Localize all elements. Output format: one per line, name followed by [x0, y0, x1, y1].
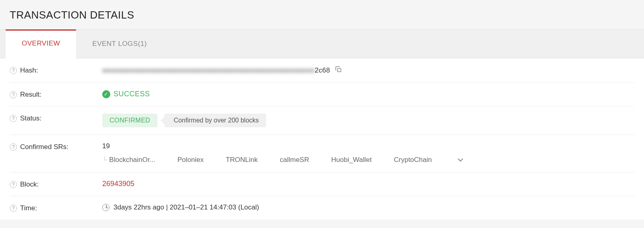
row-result: ? Result: ✓ SUCCESS: [10, 83, 634, 106]
page-title: TRANSACTION DETAILS: [0, 0, 644, 29]
time-value: 3days 22hrs ago | 2021–01–21 14:47:03 (L…: [114, 203, 259, 211]
label-result: Result:: [20, 91, 41, 99]
label-hash: Hash:: [20, 66, 38, 75]
help-icon[interactable]: ?: [10, 115, 17, 122]
tabs-bar: OVERVIEW EVENT LOGS(1): [0, 29, 644, 58]
tab-event-logs[interactable]: EVENT LOGS(1): [76, 30, 163, 58]
list-item: callmeSR: [280, 156, 309, 164]
chevron-down-icon[interactable]: [454, 155, 467, 165]
result-value: SUCCESS: [114, 90, 150, 98]
tab-overview[interactable]: OVERVIEW: [6, 29, 76, 58]
label-time: Time:: [20, 204, 37, 212]
help-icon[interactable]: ?: [10, 91, 17, 98]
row-status: ? Status: CONFIRMED Confirmed by over 20…: [10, 106, 634, 135]
srs-list: └BlockchainOr... Poloniex TRONLink callm…: [102, 155, 634, 165]
label-confirmed-srs: Confirmed SRs:: [20, 143, 68, 151]
label-block: Block:: [20, 180, 39, 189]
help-icon[interactable]: ?: [10, 67, 17, 74]
row-hash: ? Hash: xxxxxxxxxxxxxxxxxxxxxxxxxxxxxxxx…: [10, 58, 634, 83]
content-panel: ? Hash: xxxxxxxxxxxxxxxxxxxxxxxxxxxxxxxx…: [0, 58, 644, 220]
transaction-details-page: TRANSACTION DETAILS OVERVIEW EVENT LOGS(…: [0, 0, 644, 220]
help-icon[interactable]: ?: [10, 181, 17, 188]
row-time: ? Time: 3days 22hrs ago | 2021–01–21 14:…: [10, 196, 634, 220]
hash-value: xxxxxxxxxxxxxxxxxxxxxxxxxxxxxxxxxxxxxxxx…: [102, 66, 330, 75]
clock-icon: [102, 204, 109, 211]
block-link[interactable]: 26943905: [102, 180, 134, 188]
check-icon: ✓: [102, 90, 110, 98]
srs-count: 19: [102, 142, 634, 150]
copy-icon[interactable]: [335, 66, 342, 75]
label-status: Status:: [20, 114, 41, 122]
list-item: TRONLink: [226, 156, 258, 164]
list-item: CryptoChain: [394, 156, 432, 164]
help-icon[interactable]: ?: [10, 205, 17, 212]
row-block: ? Block: 26943905: [10, 172, 634, 196]
list-item: Huobi_Wallet: [331, 156, 372, 164]
help-icon[interactable]: ?: [10, 143, 17, 151]
status-tooltip: Confirmed by over 200 blocks: [165, 114, 266, 127]
list-item: Poloniex: [178, 156, 204, 164]
row-confirmed-srs: ? Confirmed SRs: 19 └BlockchainOr... Pol…: [10, 135, 634, 172]
status-badge: CONFIRMED: [102, 114, 157, 127]
list-item: └BlockchainOr...: [102, 156, 155, 164]
svg-rect-0: [338, 68, 341, 72]
